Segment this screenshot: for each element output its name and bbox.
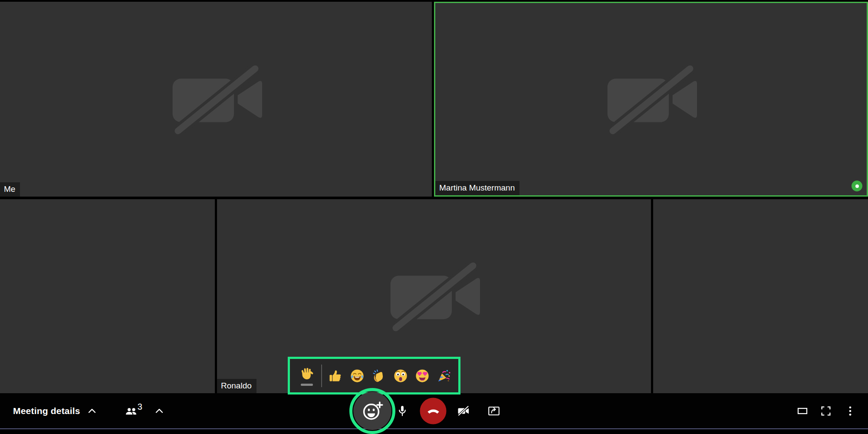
heart-eyes-emoji-icon bbox=[414, 368, 430, 384]
reaction-raised-hand[interactable] bbox=[299, 365, 315, 382]
toolbar-left-group: Meeting details 3 bbox=[13, 393, 165, 428]
chevron-up-icon bbox=[86, 405, 98, 417]
audio-level-indicator bbox=[852, 181, 862, 191]
participant-name-label: Martina Mustermann bbox=[435, 181, 519, 195]
wow-emoji-icon bbox=[393, 368, 408, 384]
reaction-thumbs-up[interactable] bbox=[327, 368, 344, 384]
tada-emoji-icon bbox=[436, 368, 452, 384]
thumbs-up-emoji-icon bbox=[328, 368, 343, 384]
chevron-up-icon bbox=[154, 405, 165, 417]
toolbar-bottom-border bbox=[0, 428, 868, 429]
camera-button[interactable] bbox=[454, 401, 473, 421]
hangup-button[interactable] bbox=[420, 398, 447, 424]
fullscreen-button[interactable] bbox=[816, 401, 836, 421]
hangup-icon bbox=[426, 404, 441, 418]
reaction-tada[interactable] bbox=[436, 368, 452, 384]
reactions-bar-highlight bbox=[288, 357, 460, 395]
raised-hand-emoji-icon bbox=[299, 366, 315, 381]
mic-icon bbox=[396, 404, 409, 418]
reaction-heart-eyes[interactable] bbox=[414, 368, 431, 384]
participant-name-label: Me bbox=[0, 182, 20, 197]
clap-emoji-icon bbox=[371, 368, 387, 384]
fullscreen-icon bbox=[819, 404, 832, 418]
more-vert-icon bbox=[844, 404, 857, 418]
video-tile-martina[interactable]: Martina Mustermann bbox=[434, 2, 868, 197]
reaction-clap[interactable] bbox=[371, 368, 387, 384]
participants-count: 3 bbox=[138, 402, 142, 411]
camera-off-icon bbox=[166, 62, 266, 137]
smiley-plus-icon bbox=[361, 399, 384, 423]
toolbar-collapse-button[interactable] bbox=[154, 405, 165, 417]
participant-name-label: Ronaldo bbox=[217, 379, 256, 393]
share-icon bbox=[487, 404, 500, 418]
participants-icon bbox=[125, 404, 138, 418]
more-button[interactable] bbox=[840, 401, 860, 421]
screenshare-button[interactable] bbox=[484, 401, 504, 421]
camera-off-icon bbox=[601, 62, 701, 137]
meeting-details-label: Meeting details bbox=[13, 406, 80, 416]
reaction-wow[interactable] bbox=[392, 368, 409, 384]
microphone-button[interactable] bbox=[392, 401, 412, 421]
reaction-joy[interactable] bbox=[349, 368, 365, 384]
reactions-button[interactable] bbox=[353, 392, 391, 430]
tile-view-icon bbox=[796, 404, 809, 418]
meeting-details-button[interactable]: Meeting details bbox=[13, 405, 98, 417]
participants-button[interactable]: 3 bbox=[125, 403, 142, 418]
cam-off-icon bbox=[457, 404, 470, 418]
empty-stage-panel bbox=[0, 199, 215, 393]
camera-off-icon bbox=[384, 259, 484, 334]
joy-emoji-icon bbox=[349, 368, 365, 384]
video-tile-me[interactable]: Me bbox=[0, 2, 432, 197]
tile-view-button[interactable] bbox=[792, 401, 812, 421]
reactions-divider bbox=[321, 365, 322, 387]
reactions-bar-items bbox=[299, 365, 452, 387]
empty-stage-panel bbox=[653, 199, 868, 393]
